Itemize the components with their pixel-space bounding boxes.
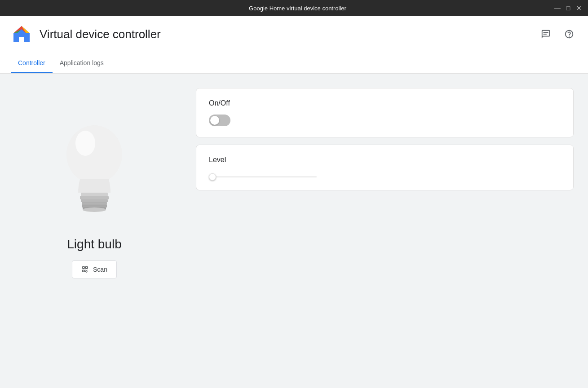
svg-point-6	[66, 125, 122, 184]
on-off-toggle[interactable]	[209, 115, 230, 126]
right-panel: On/Off Level	[189, 74, 588, 388]
close-button[interactable]: ✕	[575, 4, 583, 12]
window-controls: — □ ✕	[554, 4, 583, 12]
svg-rect-4	[544, 32, 548, 33]
header-left: Virtual device controller	[11, 23, 161, 45]
scan-button[interactable]: Scan	[72, 260, 117, 278]
toggle-thumb	[210, 116, 219, 125]
help-icon	[564, 29, 574, 39]
minimize-button[interactable]: —	[554, 4, 561, 12]
svg-point-7	[75, 131, 95, 156]
main-content: Light bulb Scan On/Off Level	[0, 74, 588, 388]
svg-point-14	[83, 207, 106, 212]
light-bulb-icon	[58, 114, 130, 222]
device-image	[54, 110, 135, 226]
tabs-bar: Controller Application logs	[0, 52, 588, 74]
help-icon-button[interactable]	[561, 26, 577, 42]
on-off-label: On/Off	[209, 99, 561, 107]
header-icons	[538, 26, 577, 42]
left-panel: Light bulb Scan	[0, 74, 189, 388]
title-bar: Google Home virtual device controller — …	[0, 0, 588, 16]
svg-rect-8	[81, 193, 108, 196]
level-slider[interactable]	[209, 176, 317, 177]
maximize-button[interactable]: □	[565, 4, 572, 12]
svg-rect-9	[80, 196, 109, 199]
on-off-card: On/Off	[196, 88, 574, 137]
tab-controller[interactable]: Controller	[11, 52, 53, 73]
device-name: Light bulb	[67, 237, 121, 251]
chat-icon-button[interactable]	[538, 26, 554, 42]
chat-icon	[541, 29, 551, 39]
app-title: Virtual device controller	[40, 27, 161, 41]
toggle-track	[209, 115, 230, 126]
app-header: Virtual device controller	[0, 16, 588, 52]
window-title: Google Home virtual device controller	[41, 5, 554, 12]
level-label: Level	[209, 156, 561, 164]
qr-code-icon	[81, 265, 89, 273]
tab-application-logs[interactable]: Application logs	[53, 52, 111, 73]
svg-rect-5	[544, 34, 547, 35]
scan-button-label: Scan	[93, 266, 107, 273]
level-card: Level	[196, 145, 574, 190]
google-home-logo-icon	[11, 23, 32, 45]
